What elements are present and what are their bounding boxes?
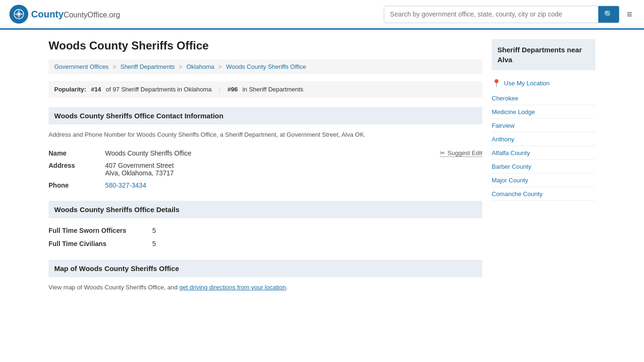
breadcrumb-sep-1: > <box>113 63 116 70</box>
sidebar: Sheriff Departments near Alva 📍 Use My L… <box>492 39 595 293</box>
menu-icon: ≡ <box>627 9 632 19</box>
pop-divider: | <box>219 86 220 93</box>
nearby-link[interactable]: Anthony <box>492 136 514 143</box>
name-label: Name <box>49 149 105 157</box>
search-icon: 🔍 <box>604 10 613 18</box>
name-row: Name Woods County Sheriffs Office ✂ Sugg… <box>49 147 482 159</box>
breadcrumb-link-state[interactable]: Oklahoma <box>186 63 214 70</box>
breadcrumb: Government Offices > Sheriff Departments… <box>49 59 482 74</box>
menu-button[interactable]: ≡ <box>624 7 635 22</box>
rank2-context: in Sheriff Departments <box>242 86 303 93</box>
list-item: Medicine Lodge <box>492 105 595 119</box>
suggest-edit-label: Suggest Edit <box>447 149 482 156</box>
detail-row: Full Time Sworn Officers5 <box>49 224 482 237</box>
rank1: #14 <box>91 86 101 93</box>
nearby-link[interactable]: Medicine Lodge <box>492 108 535 115</box>
details-table: Full Time Sworn Officers5Full Time Civil… <box>49 224 482 250</box>
map-description: View map of Woods County Sheriffs Office… <box>49 283 482 293</box>
suggest-edit-button[interactable]: ✂ Suggest Edit <box>440 149 482 157</box>
list-item: Cherokee <box>492 91 595 105</box>
popularity-label: Popularity: <box>54 86 86 93</box>
details-section-header: Woods County Sheriffs Office Details <box>49 201 482 218</box>
contact-description: Address and Phone Number for Woods Count… <box>49 130 482 140</box>
logo-icon <box>9 5 28 24</box>
nearby-link[interactable]: Alfalfa County <box>492 149 530 156</box>
location-pin-icon: 📍 <box>492 79 501 88</box>
use-my-location-link[interactable]: 📍 Use My Location <box>492 75 595 91</box>
phone-row: Phone 580-327-3434 <box>49 179 482 191</box>
breadcrumb-sep-2: > <box>179 63 182 70</box>
phone-link[interactable]: 580-327-3434 <box>105 181 146 189</box>
contact-section-header: Woods County Sheriffs Office Contact Inf… <box>49 107 482 124</box>
nearby-link[interactable]: Cherokee <box>492 95 518 102</box>
main-container: Woods County Sheriffs Office Government … <box>39 30 605 302</box>
list-item: Anthony <box>492 132 595 146</box>
svg-point-1 <box>17 13 20 16</box>
map-section-header: Map of Woods County Sheriffs Office <box>49 260 482 277</box>
logo-area: CountyCountyOffice.org <box>9 5 120 24</box>
address-value: 407 Government Street Alva, Oklahoma, 73… <box>105 162 174 177</box>
breadcrumb-link-gov[interactable]: Government Offices <box>54 63 108 70</box>
header-right: 🔍 ≡ <box>384 6 635 23</box>
search-button[interactable]: 🔍 <box>598 6 619 23</box>
list-item: Comanche County <box>492 187 595 201</box>
use-location-label: Use My Location <box>504 80 550 87</box>
phone-value: 580-327-3434 <box>105 181 146 189</box>
address-row: Address 407 Government Street Alva, Okla… <box>49 159 482 179</box>
sidebar-header: Sheriff Departments near Alva <box>492 39 595 70</box>
address-label: Address <box>49 162 105 169</box>
nearby-list: CherokeeMedicine LodgeFairviewAnthonyAlf… <box>492 91 595 201</box>
detail-row: Full Time Civilians5 <box>49 237 482 250</box>
map-desc-part2: . <box>286 284 288 291</box>
logo-domain: CountyOffice <box>64 11 107 19</box>
popularity-bar: Popularity: #14 of 97 Sheriff Department… <box>49 81 482 98</box>
breadcrumb-link-current[interactable]: Woods County Sheriffs Office <box>226 63 306 70</box>
search-container: 🔍 <box>384 6 619 23</box>
nearby-link[interactable]: Major County <box>492 177 528 184</box>
map-desc-part1: View map of Woods County Sheriffs Office… <box>49 284 179 291</box>
breadcrumb-link-sheriff[interactable]: Sheriff Departments <box>120 63 174 70</box>
detail-label: Full Time Civilians <box>49 240 152 247</box>
rank2: #96 <box>228 86 238 93</box>
suggest-edit-icon: ✂ <box>440 149 445 156</box>
rank1-context: of 97 Sheriff Departments in Oklahoma <box>106 86 212 93</box>
detail-label: Full Time Sworn Officers <box>49 227 152 234</box>
content-area: Woods County Sheriffs Office Government … <box>49 39 482 293</box>
breadcrumb-sep-3: > <box>218 63 222 70</box>
phone-label: Phone <box>49 181 105 189</box>
driving-directions-link[interactable]: get driving directions from your locatio… <box>179 284 286 291</box>
name-value: Woods County Sheriffs Office <box>105 149 191 157</box>
list-item: Barber County <box>492 160 595 173</box>
logo-text: CountyCountyOffice.org <box>31 9 120 20</box>
search-input[interactable] <box>384 7 598 22</box>
list-item: Major County <box>492 173 595 187</box>
detail-value: 5 <box>152 240 156 247</box>
list-item: Fairview <box>492 119 595 132</box>
detail-value: 5 <box>152 227 156 234</box>
page-title: Woods County Sheriffs Office <box>49 39 482 52</box>
nearby-link[interactable]: Fairview <box>492 122 514 129</box>
address-line2: Alva, Oklahoma, 73717 <box>105 169 174 177</box>
nearby-link[interactable]: Barber County <box>492 163 531 170</box>
list-item: Alfalfa County <box>492 146 595 160</box>
site-header: CountyCountyOffice.org 🔍 ≡ <box>0 0 644 30</box>
address-line1: 407 Government Street <box>105 162 174 169</box>
contact-info-table: Name Woods County Sheriffs Office ✂ Sugg… <box>49 147 482 191</box>
nearby-link[interactable]: Comanche County <box>492 190 543 197</box>
